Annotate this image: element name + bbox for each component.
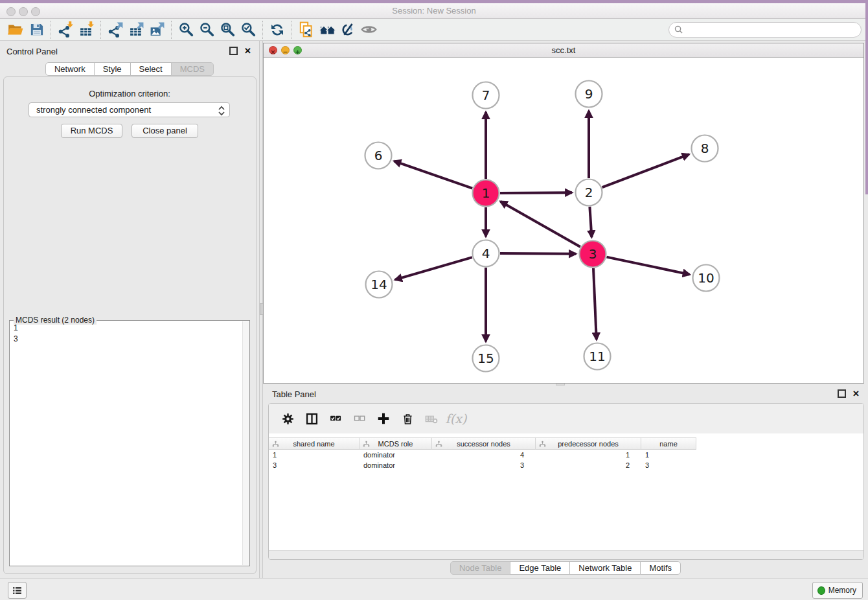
network-window-titlebar[interactable]: scc.txt <box>264 43 863 58</box>
column-header-name[interactable]: name <box>641 437 696 450</box>
import-table-icon[interactable] <box>76 20 97 40</box>
graph-edge[interactable] <box>501 202 580 247</box>
graph-node[interactable]: 8 <box>692 135 718 162</box>
select-all-icon[interactable] <box>326 410 345 428</box>
task-history-button[interactable] <box>8 582 27 599</box>
svg-text:10: 10 <box>698 270 714 286</box>
table-cell[interactable]: 1 <box>269 450 360 460</box>
graph-node[interactable]: 7 <box>473 82 499 109</box>
table-cell[interactable]: dominator <box>360 450 432 460</box>
table-body: 1dominator4113dominator323 <box>269 450 862 470</box>
search-icon <box>674 25 683 34</box>
run-mcds-button[interactable]: Run MCDS <box>61 124 122 138</box>
svg-text:7: 7 <box>482 87 490 103</box>
svg-text:6: 6 <box>374 148 383 163</box>
show-columns-icon[interactable] <box>302 410 321 428</box>
optimization-criterion-dropdown[interactable]: strongly connected component <box>29 102 230 117</box>
table-cell[interactable]: dominator <box>360 460 432 470</box>
table-cell[interactable]: 3 <box>641 460 696 470</box>
graph-node[interactable]: 10 <box>693 265 720 292</box>
graph-edge[interactable] <box>589 207 591 237</box>
control-panel: Control Panel ✕ NetworkStyleSelectMCDS O… <box>0 41 259 578</box>
table-cell[interactable]: 1 <box>641 450 696 460</box>
graph-node[interactable]: 15 <box>473 345 499 372</box>
deselect-all-icon[interactable] <box>350 410 369 428</box>
graph-node[interactable]: 14 <box>366 271 393 298</box>
network-close-icon[interactable] <box>269 46 277 54</box>
table-horizontal-scrollbar[interactable] <box>269 550 863 559</box>
column-header-MCDS-role[interactable]: MCDS role <box>360 437 432 450</box>
svg-text:11: 11 <box>589 349 605 364</box>
svg-text:4: 4 <box>482 246 490 261</box>
column-header-predecessor-nodes[interactable]: predecessor nodes <box>536 437 641 450</box>
zoom-fit-icon[interactable] <box>217 20 238 40</box>
svg-text:9: 9 <box>585 86 593 102</box>
network-minimize-icon[interactable] <box>281 46 290 54</box>
table-cell[interactable]: 4 <box>432 450 536 460</box>
network-zoom-icon[interactable] <box>293 46 302 54</box>
export-table-icon[interactable] <box>126 20 146 40</box>
table-panel-float-icon[interactable] <box>838 389 846 398</box>
table-cell[interactable]: 3 <box>269 460 360 470</box>
result-scrollbar[interactable] <box>242 321 249 565</box>
graph-node[interactable]: 11 <box>584 343 611 370</box>
tab-network[interactable]: Network <box>45 62 95 76</box>
delete-icon[interactable] <box>398 410 417 428</box>
hide-graphics-details-icon[interactable] <box>337 20 358 40</box>
export-network-icon[interactable] <box>105 20 126 40</box>
tab-select[interactable]: Select <box>130 62 172 76</box>
settings-gear-icon[interactable] <box>278 410 297 428</box>
column-header-successor-nodes[interactable]: successor nodes <box>432 437 536 450</box>
graph-node[interactable]: 4 <box>473 240 499 267</box>
zoom-selected-icon[interactable] <box>238 20 258 40</box>
table-row[interactable]: 1dominator411 <box>269 450 862 460</box>
graph-edge[interactable] <box>395 257 472 280</box>
graph-edge[interactable] <box>593 268 597 340</box>
table-row[interactable]: 3dominator323 <box>269 460 862 470</box>
network-canvas[interactable]: 7968124314101511 <box>264 58 863 383</box>
memory-button[interactable]: Memory <box>812 582 863 599</box>
clone-network-icon[interactable] <box>296 20 317 40</box>
export-image-icon[interactable] <box>146 20 167 40</box>
graph-node[interactable]: 1 <box>473 180 499 207</box>
tab-style[interactable]: Style <box>94 62 131 76</box>
control-panel-close-icon[interactable]: ✕ <box>244 47 251 55</box>
window-minimize-button[interactable] <box>19 7 28 16</box>
home-layouts-icon[interactable] <box>317 20 337 40</box>
column-header-shared-name[interactable]: shared name <box>269 437 360 450</box>
table-cell[interactable]: 3 <box>432 460 536 470</box>
tab-node-table[interactable]: Node Table <box>450 561 511 575</box>
control-panel-float-icon[interactable] <box>229 47 238 55</box>
tab-network-table[interactable]: Network Table <box>569 561 641 575</box>
graph-node[interactable]: 9 <box>576 81 602 108</box>
table-cell[interactable]: 2 <box>536 460 641 470</box>
network-view-window: scc.txt 7968124314101511 <box>263 43 864 384</box>
tab-motifs[interactable]: Motifs <box>640 561 681 575</box>
graph-edge[interactable] <box>500 253 576 254</box>
zoom-in-icon[interactable] <box>176 20 196 40</box>
window-close-button[interactable] <box>6 7 16 16</box>
mcds-result-text[interactable]: 1 3 <box>14 323 18 345</box>
graph-node[interactable]: 2 <box>576 179 602 206</box>
zoom-out-icon[interactable] <box>196 20 217 40</box>
graph-edge[interactable] <box>602 154 689 187</box>
tab-mcds[interactable]: MCDS <box>171 62 214 76</box>
open-folder-icon[interactable] <box>5 20 26 40</box>
show-hide-details-icon[interactable] <box>358 20 379 40</box>
add-icon[interactable] <box>374 410 393 428</box>
table-cell[interactable]: 1 <box>536 450 641 460</box>
close-panel-button[interactable]: Close panel <box>131 124 198 138</box>
graph-edge[interactable] <box>500 192 572 193</box>
graph-edge[interactable] <box>394 161 473 189</box>
search-input[interactable] <box>668 22 862 38</box>
table-panel-close-icon[interactable]: ✕ <box>852 389 860 398</box>
refresh-icon[interactable] <box>267 20 288 40</box>
tab-edge-table[interactable]: Edge Table <box>510 561 570 575</box>
window-zoom-button[interactable] <box>31 7 40 16</box>
toolbar-separator <box>51 21 51 39</box>
graph-node[interactable]: 3 <box>580 241 606 268</box>
graph-edge[interactable] <box>607 257 690 275</box>
import-network-icon[interactable] <box>55 20 76 40</box>
save-icon[interactable] <box>26 20 47 40</box>
graph-node[interactable]: 6 <box>365 143 392 169</box>
